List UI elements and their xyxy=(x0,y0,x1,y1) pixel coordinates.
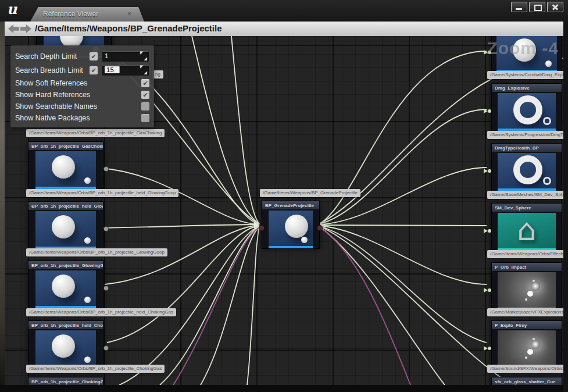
option-checkbox[interactable] xyxy=(141,91,149,99)
option-checkbox[interactable] xyxy=(90,66,98,74)
asset-path-label: /Game/Systems/Combat/Dmg_Explosi xyxy=(487,71,563,79)
option-checkbox[interactable] xyxy=(141,102,149,111)
asset-path-label: /Game/Sound/SFX/Weapons/Orb/sfx_ xyxy=(487,365,563,373)
tab-title: Reference Viewer xyxy=(43,10,98,18)
input-pin-arrow-icon xyxy=(484,108,492,114)
node-title: BP_orb_1h_projectile_GlowingGoop xyxy=(28,261,103,270)
node-thumbnail xyxy=(492,330,562,368)
node-thumbnail xyxy=(28,151,103,189)
reference-node[interactable]: BP_orb_1h_projectile_ChokingGas xyxy=(28,377,103,385)
minimize-icon xyxy=(516,8,522,10)
option-checkbox[interactable] xyxy=(141,114,149,122)
asset-path-label: /Game/Items/Weapons/Orbs/BP_orb_1h_proje… xyxy=(26,129,165,137)
node-title: BP_orb_1h_projectile_held_ChokingGas xyxy=(28,321,103,330)
option-checkbox[interactable] xyxy=(141,79,149,87)
sphere-thumbnail xyxy=(35,151,96,189)
option-row: Show Searchable Names xyxy=(15,101,149,112)
node-title: BP_GrenadeProjectile xyxy=(262,201,319,210)
close-button[interactable] xyxy=(547,2,563,12)
breadcrumb-bar: /Game/Items/Weapons/BP_GrenadeProjectile xyxy=(5,22,563,37)
tab-reference-viewer[interactable]: Reference Viewer × xyxy=(30,7,144,22)
window-right-border xyxy=(563,22,568,392)
ring-thumbnail xyxy=(498,153,556,191)
asset-path-label: /Game/Items/Weapons/Orbs/Effects/ xyxy=(487,250,563,258)
output-pin xyxy=(317,226,322,230)
node-title: BP_orb_1h_projectile_GasChoking xyxy=(28,142,103,151)
forward-arrow-icon[interactable] xyxy=(20,24,31,33)
zoom-level-label: Zoom -4 xyxy=(487,38,559,58)
asset-path-label: /Game/Base/Meshes/SM_Dev_Sphere xyxy=(487,191,563,199)
asset-path-label: /Game/Items/Weapons/Orbs/BP_orb_1h_proje… xyxy=(26,308,176,316)
option-row: Show Soft References xyxy=(15,77,149,89)
asset-path-label: /Game/Items/Weapons/Orbs/BP_orb_1h_proje… xyxy=(26,365,165,373)
node-title: P_Orb_Impact xyxy=(492,263,562,272)
reference-node-center[interactable]: BP_GrenadeProjectile xyxy=(262,201,320,249)
spinbox-input[interactable]: 1 xyxy=(102,51,149,62)
node-thumbnail xyxy=(28,270,103,308)
reference-node[interactable]: Dmg_Explosive xyxy=(491,83,562,131)
option-row: Search Depth Limit1 xyxy=(15,49,149,63)
option-checkbox[interactable] xyxy=(90,52,98,60)
spinbox-drag-icon[interactable] xyxy=(140,66,147,74)
asset-path-label: /Game/Items/Weapons/Orbs/BP_orb_1h_proje… xyxy=(26,248,167,256)
option-label: Show Soft References xyxy=(15,79,141,87)
node-thumbnail xyxy=(28,330,103,368)
tab-close-icon[interactable]: × xyxy=(127,10,131,18)
reference-node[interactable]: BP_orb_1h_projectile_GasChoking xyxy=(28,141,103,190)
node-thumbnail xyxy=(492,152,562,191)
reference-node[interactable]: BP_orb_1h_projectile_held_ChokingGas xyxy=(28,320,103,369)
output-pin xyxy=(104,346,108,350)
desktop-edge xyxy=(0,22,5,392)
minimize-button[interactable] xyxy=(511,2,527,12)
input-pin-arrow-icon xyxy=(484,228,492,234)
node-title: P_Explo_Firey xyxy=(492,321,562,330)
reference-node[interactable]: DmgTypeHealth_BP xyxy=(491,143,562,191)
option-label: Search Depth Limit xyxy=(15,52,90,60)
breadcrumb-path: /Game/Items/Weapons/BP_GrenadeProjectile xyxy=(35,23,222,33)
asset-path-label: /Game/Marketplace/VFXExplosions/P xyxy=(487,308,563,316)
node-thumbnail xyxy=(492,272,562,310)
window-titlebar[interactable]: u Reference Viewer × xyxy=(0,0,568,22)
output-pin xyxy=(104,286,108,290)
reference-node[interactable]: P_Orb_Impact xyxy=(491,262,562,311)
reference-node[interactable]: BP_orb_1h_projectile_GlowingGoop xyxy=(28,261,103,309)
output-pin xyxy=(104,167,108,171)
node-title: sfx_orb_glass_shatter_Cue xyxy=(492,377,562,385)
reference-node[interactable]: P_Explo_Firey xyxy=(491,320,562,369)
option-row: Show Hard References xyxy=(15,89,149,101)
spinbox-value: 15 xyxy=(105,66,119,73)
input-pin-arrow-icon xyxy=(484,287,492,293)
reference-graph-canvas[interactable]: /Game/Items/Weapons/BP_GrenadeProjectile… xyxy=(5,36,563,385)
node-thumbnail xyxy=(492,212,562,251)
option-row: Search Breadth Limit15 xyxy=(15,63,149,77)
asset-path-label: /Game/Items/Weapons/BP_GrenadeProjectile xyxy=(260,189,360,197)
sphere-thumbnail xyxy=(35,330,96,368)
spinbox-input[interactable]: 15 xyxy=(102,65,149,76)
option-label: Show Searchable Names xyxy=(15,102,141,111)
window-bottom-border xyxy=(0,385,568,392)
node-thumbnail xyxy=(28,211,103,249)
reference-viewer-window: u Reference Viewer × /Game/Items/Weapons… xyxy=(0,0,568,392)
node-title: BP_orb_1h_projectile_held_GlowingGoop xyxy=(28,202,103,211)
node-title: Dmg_Explosive xyxy=(492,84,562,92)
back-arrow-icon[interactable] xyxy=(8,24,19,33)
input-pin xyxy=(259,226,264,230)
house-thumbnail xyxy=(498,213,556,251)
sphere-thumbnail xyxy=(269,211,313,248)
node-title: BP_orb_1h_projectile_ChokingGas xyxy=(28,377,103,385)
option-label: Search Breadth Limit xyxy=(15,66,90,74)
spinbox-drag-icon[interactable] xyxy=(140,52,147,60)
reference-node[interactable]: SM_Dev_Sphere xyxy=(491,203,562,251)
node-title: DmgTypeHealth_BP xyxy=(492,144,562,152)
node-title: SM_Dev_Sphere xyxy=(492,204,562,212)
ring-thumbnail xyxy=(498,93,556,131)
input-pin-arrow-icon xyxy=(484,345,492,351)
reference-node[interactable]: sfx_orb_glass_shatter_Cue xyxy=(491,377,562,385)
output-pin xyxy=(104,227,108,231)
reference-node[interactable]: BP_orb_1h_projectile_held_GlowingGoop xyxy=(28,201,103,250)
maximize-button[interactable] xyxy=(529,2,545,12)
particle-thumbnail xyxy=(498,330,556,368)
option-row: Show Native Packages xyxy=(15,112,149,124)
option-label: Show Native Packages xyxy=(15,114,141,122)
input-pin-arrow-icon xyxy=(484,168,492,174)
